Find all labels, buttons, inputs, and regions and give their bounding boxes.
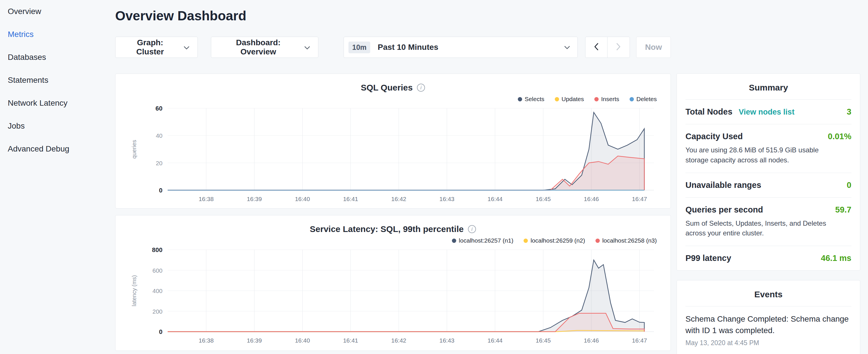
prev-time-button[interactable] [585,37,608,58]
info-icon[interactable]: i [468,225,476,233]
event-timestamp: May 13, 2020 at 4:45 PM [685,339,851,347]
summary-row-unavailable-ranges: Unavailable ranges 0 [685,173,851,198]
chevron-down-icon [184,43,189,52]
sidebar-item-label: Databases [8,53,46,62]
sidebar-item-label: Statements [8,75,49,85]
svg-text:16:44: 16:44 [488,337,503,344]
svg-text:i: i [471,226,473,232]
summary-label: Queries per second [685,205,763,215]
svg-text:16:45: 16:45 [535,337,551,344]
svg-text:16:38: 16:38 [198,196,214,202]
legend-item-inserts[interactable]: Inserts [594,96,619,102]
controls-row: Graph: Cluster Dashboard: Overview 10m P… [115,37,671,58]
svg-text:queries: queries [131,140,137,159]
sidebar: Overview Metrics Databases Statements Ne… [0,0,110,354]
summary-description: Sum of Selects, Updates, Inserts, and De… [685,219,842,238]
time-pager [585,37,630,58]
event-item[interactable]: Schema Change Completed: Schema change w… [685,313,851,336]
legend-item-deletes[interactable]: Deletes [629,96,657,102]
summary-panel: Summary Total Nodes View nodes list 3 Ca… [677,73,860,271]
summary-value: 0 [847,181,851,190]
summary-value: 0.01% [828,132,851,141]
legend-item-selects[interactable]: Selects [518,96,545,102]
info-icon[interactable]: i [417,83,425,92]
graph-scope-dropdown[interactable]: Graph: Cluster [115,37,198,58]
svg-text:0: 0 [159,187,162,194]
sidebar-item-label: Overview [8,7,41,16]
svg-text:16:42: 16:42 [391,196,406,202]
summary-value: 3 [847,107,851,117]
chart-panel-sql-queries: SQL Queries i SelectsUpdatesInsertsDelet… [115,74,671,208]
svg-text:40: 40 [156,132,162,139]
legend-item-updates[interactable]: Updates [555,96,584,102]
summary-row-queries-per-second: Queries per second 59.7 Sum of Selects, … [685,198,851,246]
svg-text:0: 0 [159,328,162,335]
dashboard-dropdown[interactable]: Dashboard: Overview [211,37,318,58]
right-column: Summary Total Nodes View nodes list 3 Ca… [677,0,868,354]
summary-label: P99 latency [685,254,731,263]
chart-legend: SelectsUpdatesInsertsDeletes [125,95,661,104]
next-time-button[interactable] [608,37,630,58]
summary-row-p99-latency: P99 latency 46.1 ms [685,246,851,270]
sidebar-item-label: Jobs [8,122,25,131]
sidebar-item-overview[interactable]: Overview [8,0,110,23]
svg-text:16:40: 16:40 [295,337,310,344]
app-root: Overview Metrics Databases Statements Ne… [0,0,868,354]
chart-title: Service Latency: SQL, 99th percentile [310,224,464,234]
sidebar-item-network-latency[interactable]: Network Latency [8,92,110,115]
sidebar-item-advanced-debug[interactable]: Advanced Debug [8,137,110,160]
page-title: Overview Dashboard [115,8,671,24]
time-window-badge: 10m [348,41,370,53]
sidebar-item-databases[interactable]: Databases [8,46,110,69]
summary-label: Unavailable ranges [685,181,761,190]
chart-title: SQL Queries [361,83,413,93]
svg-text:16:46: 16:46 [584,196,599,202]
svg-text:16:39: 16:39 [247,337,262,344]
summary-label: Total Nodes [685,107,733,117]
svg-text:16:41: 16:41 [343,196,358,202]
svg-text:16:38: 16:38 [198,337,214,344]
svg-text:16:45: 16:45 [535,196,551,202]
svg-text:16:47: 16:47 [632,337,647,344]
chart-legend: localhost:26257 (n1)localhost:26259 (n2)… [125,236,661,245]
main-content: Overview Dashboard Graph: Cluster Dashbo… [110,0,677,354]
svg-text:16:41: 16:41 [343,337,358,344]
summary-value: 59.7 [835,205,851,215]
graph-scope-label: Graph: Cluster [124,38,177,57]
sidebar-item-metrics[interactable]: Metrics [8,23,110,46]
sidebar-item-statements[interactable]: Statements [8,69,110,92]
time-window-label: Past 10 Minutes [378,43,438,52]
summary-description: You are using 28.6 MiB of 515.9 GiB usab… [685,145,842,165]
svg-text:20: 20 [156,160,162,166]
chart-panel-service-latency: Service Latency: SQL, 99th percentile i … [115,215,671,351]
chevron-down-icon [304,43,310,52]
summary-heading: Summary [685,74,851,100]
view-nodes-list-link[interactable]: View nodes list [739,108,795,117]
events-panel: Events Schema Change Completed: Schema c… [677,280,860,354]
svg-text:i: i [421,85,422,91]
svg-text:16:44: 16:44 [488,196,503,202]
svg-text:16:43: 16:43 [439,337,455,344]
sidebar-item-jobs[interactable]: Jobs [8,115,110,137]
svg-text:400: 400 [152,288,162,294]
sidebar-item-label: Advanced Debug [8,144,69,154]
summary-value: 46.1 ms [821,254,851,263]
sidebar-item-label: Metrics [8,30,34,39]
svg-text:800: 800 [152,246,162,254]
summary-row-capacity-used: Capacity Used 0.01% You are using 28.6 M… [685,124,851,173]
now-button[interactable]: Now [636,37,671,58]
svg-text:16:43: 16:43 [439,196,455,202]
svg-text:16:47: 16:47 [632,196,647,202]
svg-text:16:46: 16:46 [584,337,599,344]
time-window-selector[interactable]: 10m Past 10 Minutes [344,37,578,58]
summary-label: Capacity Used [685,132,743,141]
chart-plot: 020406016:3816:3916:4016:4116:4216:4316:… [125,105,661,207]
legend-item-localhost-26258-n3-[interactable]: localhost:26258 (n3) [595,237,657,244]
dashboard-label: Dashboard: Overview [219,38,298,57]
chart-plot: 020040060080016:3816:3916:4016:4116:4216… [125,246,661,348]
chevron-left-icon [594,43,599,52]
svg-text:200: 200 [152,308,162,315]
summary-row-total-nodes: Total Nodes View nodes list 3 [685,100,851,124]
legend-item-localhost-26259-n2-[interactable]: localhost:26259 (n2) [524,237,585,244]
legend-item-localhost-26257-n1-[interactable]: localhost:26257 (n1) [452,237,513,244]
